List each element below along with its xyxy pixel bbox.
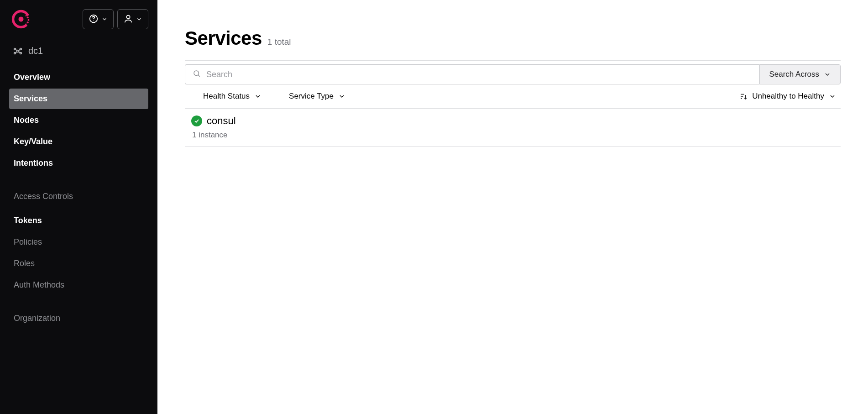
service-name: consul <box>207 115 236 127</box>
access-controls-label: Access Controls <box>0 179 157 205</box>
sidebar-item-intentions[interactable]: Intentions <box>9 153 148 173</box>
svg-line-17 <box>16 51 17 52</box>
filter-type-label: Service Type <box>289 92 334 101</box>
access-nav: Tokens Policies Roles Auth Methods <box>0 205 157 301</box>
sidebar-item-auth-methods[interactable]: Auth Methods <box>9 275 148 295</box>
search-across-label: Search Across <box>769 70 819 79</box>
help-icon <box>89 14 99 25</box>
sidebar-item-policies[interactable]: Policies <box>9 232 148 252</box>
top-buttons <box>83 9 148 29</box>
search-icon <box>193 69 201 79</box>
sidebar: dc1 Overview Services Nodes Key/Value In… <box>0 0 157 414</box>
sidebar-top <box>0 9 157 38</box>
svg-line-16 <box>19 49 20 51</box>
search-box[interactable] <box>185 64 759 84</box>
main-content: Services 1 total Search Across Health St… <box>157 0 868 414</box>
svg-point-9 <box>126 15 130 18</box>
search-input[interactable] <box>206 70 752 79</box>
health-check-passing-icon <box>191 115 202 126</box>
cluster-icon <box>13 46 23 56</box>
sort-selector[interactable]: Unhealthy to Healthy <box>739 92 836 101</box>
svg-point-19 <box>194 71 199 76</box>
chevron-down-icon <box>254 93 261 100</box>
svg-point-4 <box>27 21 29 23</box>
sidebar-item-key-value[interactable]: Key/Value <box>9 131 148 152</box>
svg-point-6 <box>26 24 27 25</box>
user-menu-button[interactable] <box>117 9 148 29</box>
svg-line-18 <box>19 51 20 52</box>
page-header: Services 1 total <box>185 27 841 49</box>
datacenter-name: dc1 <box>28 46 43 56</box>
chevron-down-icon <box>101 16 108 22</box>
filter-health-status[interactable]: Health Status <box>203 92 261 101</box>
chevron-down-icon <box>824 71 831 78</box>
sidebar-item-overview[interactable]: Overview <box>9 67 148 88</box>
sidebar-item-nodes[interactable]: Nodes <box>9 110 148 131</box>
search-across-button[interactable]: Search Across <box>759 64 841 84</box>
service-name-line: consul <box>191 115 836 127</box>
user-icon <box>123 14 133 25</box>
svg-point-8 <box>93 20 94 21</box>
svg-point-2 <box>27 16 29 18</box>
svg-point-12 <box>20 48 22 50</box>
svg-point-11 <box>14 48 16 50</box>
sort-label: Unhealthy to Healthy <box>752 92 824 101</box>
svg-point-13 <box>14 52 16 54</box>
page-title: Services <box>185 27 262 49</box>
consul-logo[interactable] <box>11 9 31 29</box>
svg-point-14 <box>20 52 22 54</box>
chevron-down-icon <box>829 93 836 100</box>
help-menu-button[interactable] <box>83 9 114 29</box>
search-bar: Search Across <box>185 60 841 84</box>
service-row[interactable]: consul 1 instance <box>185 109 841 147</box>
datacenter-selector[interactable]: dc1 <box>0 38 157 62</box>
filter-health-label: Health Status <box>203 92 250 101</box>
filter-bar: Health Status Service Type Unhealthy to … <box>185 84 841 109</box>
service-instance-count: 1 instance <box>192 131 836 140</box>
sidebar-item-tokens[interactable]: Tokens <box>9 210 148 231</box>
filter-service-type[interactable]: Service Type <box>289 92 345 101</box>
sort-icon <box>739 92 748 100</box>
page-subtitle: 1 total <box>267 37 291 47</box>
main-nav: Overview Services Nodes Key/Value Intent… <box>0 62 157 179</box>
svg-point-3 <box>27 19 29 21</box>
organization-label: Organization <box>0 301 157 327</box>
svg-line-20 <box>198 75 200 77</box>
chevron-down-icon <box>338 93 345 100</box>
svg-point-5 <box>26 15 27 16</box>
sidebar-item-services[interactable]: Services <box>9 89 148 109</box>
svg-line-15 <box>16 49 17 51</box>
svg-point-1 <box>19 17 24 22</box>
chevron-down-icon <box>136 16 142 22</box>
sidebar-item-roles[interactable]: Roles <box>9 253 148 274</box>
